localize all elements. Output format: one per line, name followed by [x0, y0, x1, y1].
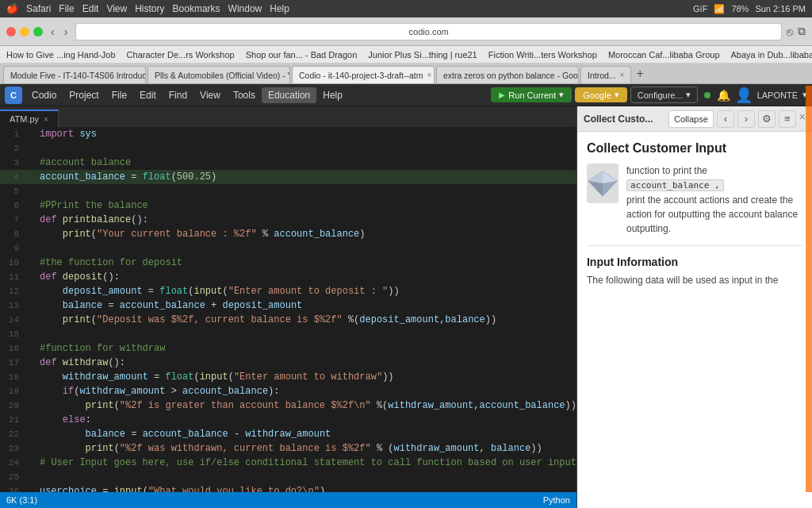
bookmark-1[interactable]: How to Give ...ing Hand-Job	[6, 50, 116, 60]
tab-module-five[interactable]: Module Five - IT-140-T4S06 Introduction …	[3, 66, 146, 83]
tab-intro[interactable]: Introd... ×	[580, 66, 631, 83]
menu-file[interactable]: File	[105, 87, 133, 103]
tab-label: extra zeros on python balance - Google S…	[443, 71, 579, 80]
panel-nav-next[interactable]: ›	[737, 110, 755, 128]
share-btn[interactable]: ⎋	[787, 25, 793, 38]
bell-icon[interactable]: 🔔	[717, 89, 730, 102]
forward-btn[interactable]: ›	[61, 24, 71, 40]
tab-codio[interactable]: Codio - it-140-project-3-draft--atm ×	[292, 66, 435, 83]
code-line-12: 12 deposit_amount = float(input("Enter a…	[0, 284, 576, 298]
menu-edit[interactable]: Edit	[133, 87, 163, 103]
editor-tab-name: ATM.py	[10, 114, 39, 124]
code-line-9: 9	[0, 241, 576, 256]
history-menu[interactable]: History	[135, 3, 164, 14]
run-btn-label: Run Current	[508, 90, 556, 100]
right-panel-content: Collect Customer Input function to print…	[577, 132, 812, 508]
edit-menu[interactable]: Edit	[82, 3, 99, 14]
address-bar[interactable]: codio.com	[75, 23, 782, 40]
macos-bar: 🍎 Safari File Edit View History Bookmark…	[0, 0, 812, 17]
editor-pane: ATM.py × 1 import sys 2 3 #account balan	[0, 106, 577, 508]
menu-project[interactable]: Project	[63, 87, 105, 103]
bookmarks-bar: How to Give ...ing Hand-Job Character De…	[0, 46, 812, 64]
tab-label: Codio - it-140-project-3-draft--atm	[299, 71, 423, 80]
tab-label: Introd...	[588, 71, 616, 80]
code-editor[interactable]: 1 import sys 2 3 #account balance 4 acco…	[0, 127, 576, 492]
tab-close-intro[interactable]: ×	[620, 71, 625, 79]
browser-toolbar: ‹ › codio.com ⎋ ⧉	[0, 17, 812, 46]
code-line-2: 2	[0, 141, 576, 156]
clock: Sun 2:16 PM	[755, 4, 806, 13]
menu-view[interactable]: View	[193, 87, 227, 103]
code-line-5: 5	[0, 184, 576, 198]
panel-divider	[587, 245, 802, 246]
maximize-window-btn[interactable]	[33, 27, 43, 37]
gif-icon: GïF	[693, 4, 707, 13]
panel-section-title: Collect Customer Input	[587, 141, 802, 156]
back-btn[interactable]: ‹	[48, 24, 58, 40]
panel-subsection-title: Input Information	[587, 256, 802, 268]
user-avatar-icon[interactable]: 👤	[735, 87, 753, 104]
tabs-btn[interactable]: ⧉	[798, 25, 806, 38]
google-dropdown-icon: ▾	[615, 90, 619, 100]
code-line-10: 10 #the function for deposit	[0, 256, 576, 270]
editor-tab-close[interactable]: ×	[44, 115, 48, 124]
menu-tools[interactable]: Tools	[227, 87, 262, 103]
url-text: codio.com	[409, 27, 449, 37]
username-label: LAPONTE	[757, 90, 798, 100]
tabs-bar: Module Five - IT-140-T4S06 Introduction …	[0, 64, 812, 84]
safari-menu[interactable]: Safari	[26, 3, 51, 14]
tab-close-codio[interactable]: ×	[427, 71, 431, 79]
language-indicator: Python	[543, 495, 570, 505]
code-line-18: 18 withdraw_amount = float(input("Enter …	[0, 370, 576, 384]
tab-google[interactable]: extra zeros on python balance - Google S…	[436, 66, 579, 83]
bookmark-6[interactable]: Moroccan Caf...libaba Group	[608, 50, 720, 60]
menu-codio[interactable]: Codio	[25, 87, 63, 103]
code-line-15: 15	[0, 327, 576, 341]
panel-list-btn[interactable]: ≡	[779, 110, 796, 128]
new-tab-btn[interactable]: +	[633, 67, 646, 81]
close-window-btn[interactable]	[6, 27, 16, 37]
panel-title: Collect Custo...	[584, 114, 653, 125]
code-line-26: 26 userchoice = input("What would you li…	[0, 484, 576, 492]
code-line-17: 17 def withdraw():	[0, 356, 576, 370]
tab-label: Plls & Automobiles (Official Video) - Yo…	[155, 71, 290, 80]
view-menu[interactable]: View	[106, 3, 127, 14]
right-panel: Collect Custo... Collapse ‹ › ⚙ ≡ × Coll…	[577, 106, 812, 508]
code-line-11: 11 def deposit():	[0, 270, 576, 284]
minimize-window-btn[interactable]	[20, 27, 29, 37]
file-menu[interactable]: File	[59, 3, 74, 14]
menu-education[interactable]: Education	[262, 87, 316, 103]
bookmark-3[interactable]: Shop our fan... - Bad Dragon	[246, 50, 358, 60]
panel-description: function to print the account_balance , …	[626, 164, 802, 236]
bookmark-7[interactable]: Abaya in Dub...libaba Group	[731, 50, 812, 60]
code-line-23: 23 print("%2f was withdrawn, current bal…	[0, 441, 576, 456]
status-dot	[704, 92, 710, 98]
panel-close-btn[interactable]: ×	[799, 110, 806, 128]
cursor-position: 6K (3:1)	[6, 495, 37, 505]
run-dropdown-icon: ▾	[559, 90, 564, 100]
bookmarks-menu[interactable]: Bookmarks	[173, 3, 220, 14]
window-menu[interactable]: Window	[228, 3, 262, 14]
tab-youtube[interactable]: Plls & Automobiles (Official Video) - Yo…	[147, 66, 290, 83]
help-menu[interactable]: Help	[270, 3, 289, 14]
menu-help[interactable]: Help	[316, 87, 349, 103]
configure-btn[interactable]: Configure... ▾	[630, 87, 698, 103]
panel-nav-prev[interactable]: ‹	[717, 110, 734, 128]
editor-tab-atm[interactable]: ATM.py ×	[0, 110, 59, 127]
configure-btn-label: Configure...	[638, 90, 683, 100]
menu-find[interactable]: Find	[163, 87, 193, 103]
bookmark-2[interactable]: Character De...rs Workshop	[127, 50, 235, 60]
code-line-21: 21 else:	[0, 413, 576, 427]
bookmark-4[interactable]: Junior Plus Si...thing | rue21	[368, 50, 477, 60]
google-btn[interactable]: Google ▾	[575, 87, 626, 102]
code-line-3: 3 #account balance	[0, 156, 576, 170]
code-line-14: 14 print("Deposit was $%2f, current bala…	[0, 313, 576, 327]
collapse-btn[interactable]: Collapse	[668, 110, 714, 128]
panel-settings-btn[interactable]: ⚙	[758, 110, 776, 128]
apple-menu[interactable]: 🍎	[6, 3, 18, 14]
code-line-8: 8 print("Your current balance : %2f" % a…	[0, 227, 576, 241]
run-current-btn[interactable]: ▶ Run Current ▾	[491, 87, 572, 102]
bookmark-5[interactable]: Fiction Writi...ters Workshop	[488, 50, 597, 60]
app-menubar: C Codio Project File Edit Find View Tool…	[0, 84, 812, 106]
google-btn-label: Google	[583, 90, 611, 100]
